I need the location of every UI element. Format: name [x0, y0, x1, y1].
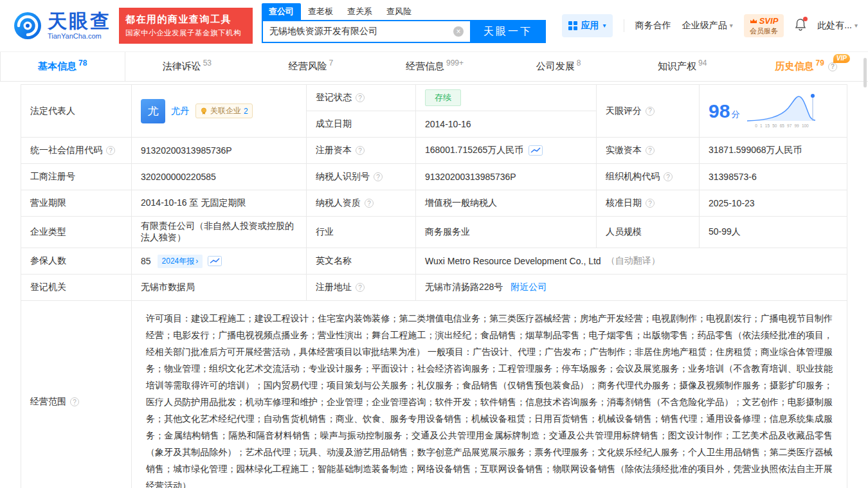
nearby-companies-link[interactable]: 附近公司	[511, 282, 547, 293]
search-input-value: 无锡地铁资源开发有限公司	[269, 26, 453, 37]
search-tab-boss[interactable]: 查老板	[301, 3, 340, 20]
help-icon[interactable]: ?	[828, 62, 837, 71]
annual-report-chip[interactable]: 2024年报 ›	[158, 255, 203, 268]
tab-count: 78	[78, 59, 87, 68]
help-icon[interactable]: ?	[646, 107, 655, 116]
value-insured-staff: 85 2024年报 ›	[132, 248, 307, 275]
value-company-type: 有限责任公司（非自然人投资或控股的法人独资）	[132, 217, 307, 248]
nav-enterprise-products[interactable]: 企业级产品 ▾	[682, 20, 733, 32]
label-organization-code: 组织机构代码 ?	[597, 164, 700, 190]
tab-legal-proceedings[interactable]: 法律诉讼53	[125, 52, 249, 81]
related-companies-chip[interactable]: 关联企业 2	[195, 104, 253, 118]
label-credit-code: 统一社会信用代码 ?	[21, 138, 132, 164]
tab-business-info[interactable]: 经营信息999+	[373, 52, 497, 81]
label-paid-capital: 实缴资本 ?	[597, 138, 700, 164]
label-registration-authority: 登记机关	[21, 275, 132, 301]
brand-logo[interactable]: 天眼查 TianYanCha.com	[13, 11, 111, 41]
enterprise-products-label: 企业级产品	[682, 20, 727, 32]
help-icon[interactable]: ?	[664, 172, 673, 181]
label-business-term: 营业期限	[21, 190, 132, 217]
header-divider	[624, 19, 624, 32]
help-icon[interactable]: ?	[356, 93, 365, 102]
medal-icon	[200, 107, 208, 115]
label-registration-status: 登记状态 ?	[307, 85, 416, 111]
member-service-label: 会员服务	[750, 27, 779, 35]
value-english-name: Wuxi Metro Resource Development Co., Ltd…	[416, 248, 847, 275]
chevron-down-icon: ▾	[730, 22, 733, 29]
label-registration-number: 工商注册号	[21, 164, 132, 190]
label-approval-date: 核准日期 ?	[597, 190, 700, 217]
help-icon[interactable]: ?	[106, 146, 115, 155]
arrow-right-icon: ›	[195, 257, 198, 266]
tab-label: 公司发展	[536, 60, 575, 73]
banner-line2: 国家中小企业发展子基金旗下机构	[125, 28, 246, 38]
more-menu-label: 此处有...	[817, 20, 852, 32]
value-industry: 商务服务业	[416, 217, 597, 248]
search-input[interactable]: 无锡地铁资源开发有限公司 ×	[262, 20, 470, 43]
crown-icon	[750, 18, 757, 24]
label-taxpayer-quality: 纳税人资质 ?	[307, 190, 416, 217]
capital-trend-chart-icon[interactable]	[529, 145, 543, 156]
tab-business-risk[interactable]: 经营风险7	[249, 52, 373, 81]
label-staff-size: 人员规模	[597, 217, 700, 248]
notification-bell-icon[interactable]	[795, 18, 806, 33]
status-badge: 存续	[425, 89, 461, 106]
value-registration-authority: 无锡市数据局	[132, 275, 307, 301]
tab-company-development[interactable]: 公司发展8	[496, 52, 620, 81]
scrollbar-thumb[interactable]	[863, 58, 867, 87]
search-button[interactable]: 天眼一下	[470, 20, 546, 43]
help-icon[interactable]: ?	[374, 172, 383, 181]
section-tabbar: 基本信息78 法律诉讼53 经营风险7 经营信息999+ 公司发展8 知识产权9…	[0, 51, 868, 82]
brand-domain: TianYanCha.com	[48, 32, 111, 40]
label-registered-capital: 注册资本 ?	[307, 138, 416, 164]
value-tianyan-score[interactable]: 98 分 01 1550 6597 99100	[700, 85, 847, 138]
label-tianyan-score: 天眼评分 ?	[597, 85, 700, 138]
help-icon[interactable]: ?	[356, 146, 365, 155]
search-tab-relation[interactable]: 查关系	[340, 3, 379, 20]
help-icon[interactable]: ?	[70, 397, 79, 406]
label-establish-date: 成立日期	[307, 111, 416, 138]
clear-icon[interactable]: ×	[453, 26, 464, 37]
chevron-down-icon: ▾	[603, 22, 606, 29]
nav-more-menu[interactable]: 此处有... ▾	[817, 20, 858, 32]
chevron-down-icon: ▾	[854, 22, 858, 29]
insured-trend-chart-icon[interactable]	[208, 256, 222, 266]
help-icon[interactable]: ?	[365, 199, 374, 208]
tab-count: 7	[329, 59, 334, 68]
tab-label: 经营信息	[406, 60, 444, 73]
apps-button[interactable]: 应用 ▾	[562, 14, 613, 37]
tab-count: 94	[698, 59, 707, 68]
nav-business-cooperation[interactable]: 商务合作	[635, 20, 671, 32]
search-tabs: 查公司 查老板 查关系 查风险	[262, 4, 546, 20]
label-english-name: 英文名称	[307, 248, 416, 275]
tab-count: 8	[577, 59, 581, 68]
tab-basic-info[interactable]: 基本信息78	[0, 52, 125, 81]
tab-history-info[interactable]: VIP 历史信息79 ?	[744, 52, 868, 81]
value-business-scope: 许可项目：建设工程施工；建设工程设计；住宅室内装饰装修；第二类增值电信业务；第三…	[132, 301, 847, 488]
value-registered-address: 无锡市清扬路228号 附近公司	[416, 275, 847, 301]
help-icon[interactable]: ?	[646, 146, 655, 155]
label-taxpayer-id: 纳税人识别号 ?	[307, 164, 416, 190]
label-business-scope: 经营范围 ?	[21, 301, 132, 488]
label-legal-representative: 法定代表人	[21, 85, 132, 138]
tab-count: 999+	[446, 59, 464, 68]
legal-rep-avatar[interactable]: 尤	[141, 99, 165, 123]
apps-label: 应用	[581, 20, 599, 32]
label-registered-address: 注册地址 ?	[307, 275, 416, 301]
tab-label: 知识产权	[658, 60, 696, 73]
tab-intellectual-property[interactable]: 知识产权94	[620, 52, 745, 81]
banner-line1: 都在用的商业查询工具	[125, 14, 246, 26]
value-establish-date: 2014-10-16	[416, 111, 597, 138]
value-business-term: 2014-10-16 至 无固定期限	[132, 190, 307, 217]
notification-dot	[803, 17, 808, 21]
value-approval-date: 2025-10-23	[700, 190, 847, 217]
header: 天眼查 TianYanCha.com 都在用的商业查询工具 国家中小企业发展子基…	[0, 0, 868, 51]
search-tab-company[interactable]: 查公司	[262, 3, 301, 20]
help-icon[interactable]: ?	[356, 283, 365, 292]
search-tab-risk[interactable]: 查风险	[379, 3, 419, 20]
legal-rep-name-link[interactable]: 尤丹	[171, 105, 189, 117]
tab-count: 53	[203, 59, 212, 68]
svip-member-button[interactable]: SVIP 会员服务	[744, 14, 784, 37]
help-icon[interactable]: ?	[646, 199, 655, 208]
value-registration-number: 320200000220585	[132, 164, 307, 190]
